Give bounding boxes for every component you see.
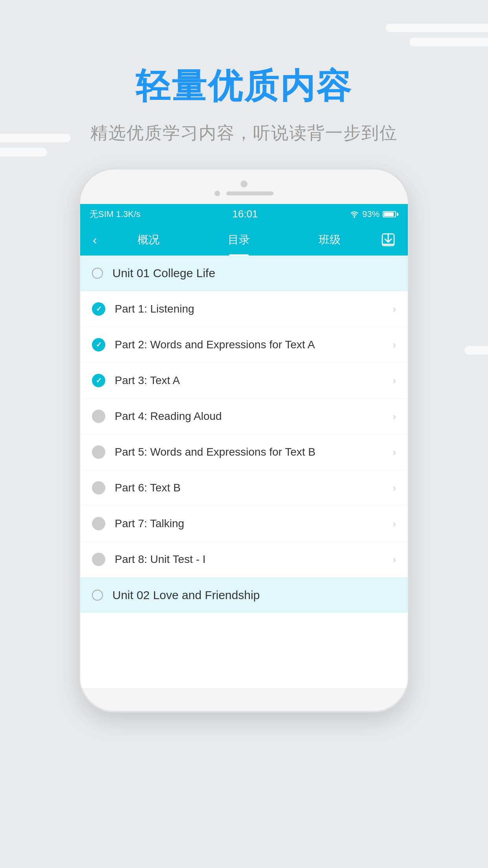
part-8-status-icon [92,553,105,566]
chevron-1: › [393,303,396,315]
part-1-label: Part 1: Listening [115,303,393,315]
hero-title: 轻量优质内容 [136,63,352,110]
phone-top [80,169,408,204]
tab-overview-label: 概况 [138,232,160,247]
chevron-5: › [393,446,396,458]
download-button[interactable] [375,230,402,250]
download-icon [381,233,395,247]
content-area: Unit 01 College Life ✓ Part 1: Listening… [80,256,408,688]
battery-icon [383,211,398,217]
part-7-status-icon [92,517,105,530]
unit-02-title: Unit 02 Love and Friendship [112,588,260,602]
unit-01-circle [92,268,103,279]
phone-speaker-area [215,191,273,196]
phone-mockup: 无SIM 1.3K/s 16:01 93% ‹ 概 [79,168,409,713]
wifi-icon [350,211,359,218]
part-item-5[interactable]: Part 5: Words and Expressions for Text B… [80,434,408,470]
tab-contents[interactable]: 目录 [194,224,284,256]
part-3-status-icon: ✓ [92,374,105,387]
part-4-label: Part 4: Reading Aloud [115,410,393,423]
status-bar: 无SIM 1.3K/s 16:01 93% [80,204,408,224]
battery-fill [384,212,394,216]
chevron-4: › [393,410,396,423]
unit-02-header[interactable]: Unit 02 Love and Friendship [80,577,408,613]
bg-decoration-bar-3 [0,134,71,142]
part-item-6[interactable]: Part 6: Text B › [80,470,408,506]
check-mark-1: ✓ [96,305,102,313]
carrier-text: 无SIM 1.3K/s [90,208,141,220]
part-6-label: Part 6: Text B [115,482,393,494]
battery-percent: 93% [362,209,380,219]
part-7-label: Part 7: Talking [115,517,393,530]
bg-decoration-bar-4 [0,148,47,156]
bg-decoration-bar-5 [464,346,488,355]
check-mark-2: ✓ [96,340,102,349]
chevron-6: › [393,482,396,494]
part-5-status-icon [92,445,105,459]
phone-container: 无SIM 1.3K/s 16:01 93% ‹ 概 [79,168,409,713]
hero-section: 轻量优质内容 精选优质学习内容，听说读背一步到位 [0,0,488,145]
phone-speaker [226,191,273,195]
status-left: 无SIM 1.3K/s [90,208,141,220]
bg-decoration-bar-2 [409,38,488,46]
battery-tip [397,213,398,216]
status-right: 93% [350,209,398,219]
chevron-8: › [393,554,396,566]
nav-tabs: ‹ 概况 目录 班级 [80,224,408,256]
bg-decoration-bar-1 [386,24,488,32]
unit-01-title: Unit 01 College Life [112,267,215,280]
unit-01-header[interactable]: Unit 01 College Life [80,256,408,291]
check-mark-3: ✓ [96,376,102,385]
part-item-1[interactable]: ✓ Part 1: Listening › [80,291,408,327]
part-8-label: Part 8: Unit Test - I [115,553,393,566]
part-item-3[interactable]: ✓ Part 3: Text A › [80,363,408,399]
hero-subtitle: 精选优质学习内容，听说读背一步到位 [90,121,398,145]
chevron-3: › [393,375,396,387]
part-4-status-icon [92,410,105,423]
part-2-status-icon: ✓ [92,338,105,351]
chevron-7: › [393,518,396,530]
phone-camera [240,180,248,188]
tab-contents-label: 目录 [228,232,250,247]
part-6-status-icon [92,481,105,495]
back-button[interactable]: ‹ [86,230,103,250]
phone-dot [215,191,220,196]
part-item-2[interactable]: ✓ Part 2: Words and Expressions for Text… [80,327,408,363]
battery-body [383,211,396,217]
unit-02-circle [92,590,103,601]
tab-class[interactable]: 班级 [284,224,375,256]
part-5-label: Part 5: Words and Expressions for Text B [115,446,393,458]
tab-overview[interactable]: 概况 [103,224,194,256]
part-item-7[interactable]: Part 7: Talking › [80,506,408,542]
chevron-2: › [393,339,396,351]
tab-class-label: 班级 [319,232,341,247]
part-item-8[interactable]: Part 8: Unit Test - I › [80,542,408,577]
part-2-label: Part 2: Words and Expressions for Text A [115,338,393,351]
part-3-label: Part 3: Text A [115,374,393,387]
part-1-status-icon: ✓ [92,302,105,316]
svg-rect-0 [383,244,394,245]
status-time: 16:01 [232,208,258,220]
part-item-4[interactable]: Part 4: Reading Aloud › [80,399,408,434]
